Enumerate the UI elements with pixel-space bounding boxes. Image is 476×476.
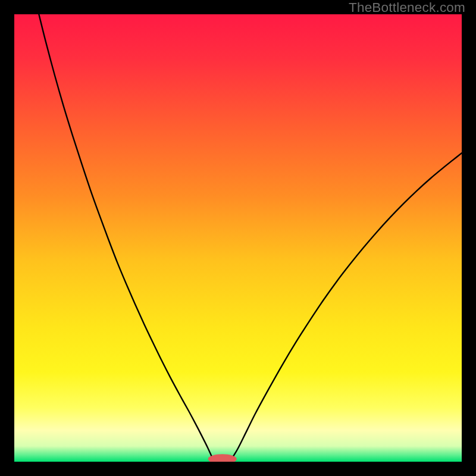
chart-frame: [14, 14, 462, 462]
watermark-text: TheBottleneck.com: [349, 0, 465, 15]
chart-background: [14, 14, 462, 462]
bottleneck-chart: [14, 14, 462, 462]
